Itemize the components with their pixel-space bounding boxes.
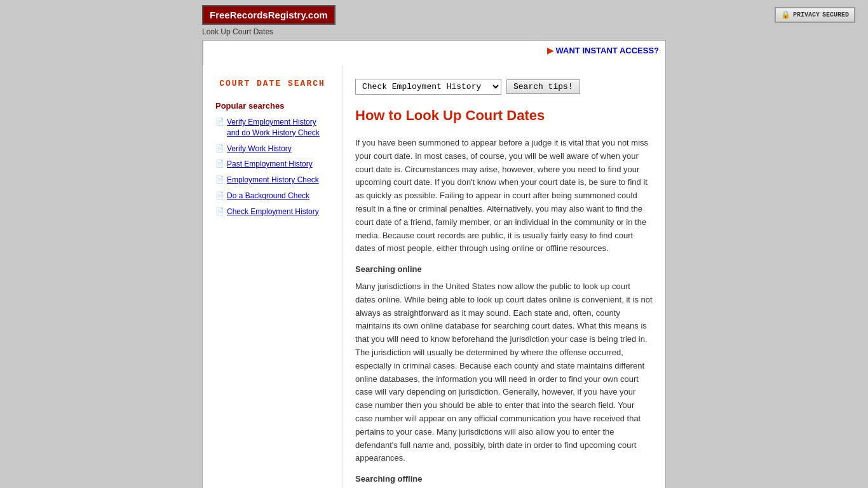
article-body: If you have been summoned to appear befo… — [355, 137, 653, 486]
document-icon: 📄 — [215, 118, 224, 126]
logo-text: FreeRecordsRegistry.com — [202, 5, 336, 25]
sidebar-link-item: 📄Verify Employment History and do Work H… — [215, 117, 329, 139]
instant-access-bar: WANT INSTANT ACCESS? — [547, 46, 659, 56]
search-bar: Check Employment HistoryVerify Employmen… — [355, 79, 653, 95]
right-content: Check Employment HistoryVerify Employmen… — [342, 41, 665, 488]
lock-icon: 🔒 — [781, 10, 790, 20]
sidebar-links: 📄Verify Employment History and do Work H… — [215, 117, 329, 217]
sidebar-link-4[interactable]: Do a Background Check — [227, 191, 309, 201]
sidebar-link-1[interactable]: Verify Work History — [227, 144, 292, 154]
sidebar-link-2[interactable]: Past Employment History — [227, 159, 313, 170]
article-paragraph: If you have been summoned to appear befo… — [355, 137, 653, 255]
search-dropdown[interactable]: Check Employment HistoryVerify Employmen… — [355, 79, 501, 95]
court-date-search-title: COURT DATE SEARCH — [215, 79, 329, 88]
tab-shape — [203, 40, 559, 65]
secured-label: SECURED — [822, 11, 849, 18]
site-subtitle: Look Up Court Dates — [0, 27, 868, 40]
document-icon: 📄 — [215, 175, 224, 184]
instant-access-link[interactable]: WANT INSTANT ACCESS? — [547, 46, 659, 55]
document-icon: 📄 — [215, 191, 224, 200]
sidebar-link-3[interactable]: Employment History Check — [227, 175, 319, 186]
sidebar-link-item: 📄Verify Work History — [215, 144, 329, 154]
logo-link[interactable]: FreeRecordsRegistry.com — [202, 5, 336, 25]
privacy-badge: 🔒 PRIVACY SECURED — [775, 7, 855, 23]
document-icon: 📄 — [215, 144, 224, 152]
article-title: How to Look Up Court Dates — [355, 107, 653, 124]
search-tips-button[interactable]: Search tips! — [506, 79, 580, 94]
article-section-title: Searching online — [355, 263, 653, 276]
sidebar-link-0[interactable]: Verify Employment History and do Work Hi… — [227, 117, 329, 139]
sidebar-link-item: 📄Do a Background Check — [215, 191, 329, 201]
sidebar-link-item: 📄Check Employment History — [215, 207, 329, 217]
popular-searches-label: Popular searches — [215, 101, 329, 111]
sidebar-link-item: 📄Past Employment History — [215, 159, 329, 170]
document-icon: 📄 — [215, 159, 224, 168]
sidebar-link-5[interactable]: Check Employment History — [227, 207, 319, 217]
left-sidebar: COURT DATE SEARCH Popular searches 📄Veri… — [203, 41, 342, 488]
sidebar-link-item: 📄Employment History Check — [215, 175, 329, 186]
article-paragraph: Many jurisdictions in the United States … — [355, 280, 653, 465]
article-section-title: Searching offline — [355, 473, 653, 486]
privacy-label: PRIVACY — [793, 11, 820, 18]
document-icon: 📄 — [215, 207, 224, 215]
